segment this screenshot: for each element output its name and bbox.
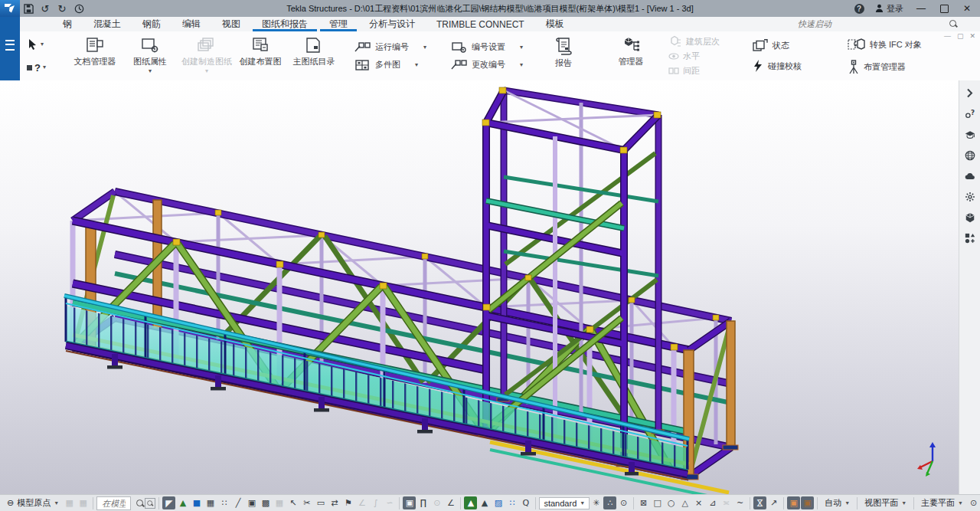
snap-reference-icon[interactable]: ⊠ (637, 496, 650, 509)
cloud-icon[interactable] (960, 165, 980, 186)
restore-button[interactable] (934, 1, 954, 16)
learning-icon[interactable] (960, 124, 980, 145)
file-menu-strip[interactable] (0, 17, 20, 80)
snap-cross-icon[interactable]: × (692, 496, 705, 509)
select-frames-icon[interactable]: ∏ (416, 496, 430, 509)
convert-ifc-objects-button[interactable]: 转换 IFC 对象 (846, 37, 923, 52)
snap-circle-icon[interactable]: ○ (665, 496, 678, 509)
plane-visibility-icon[interactable]: ⊙ (967, 496, 980, 509)
menu-tab[interactable]: 编辑 (172, 17, 211, 31)
properties-help-icon[interactable]: ? (960, 103, 980, 124)
filter-components-icon[interactable]: ▲ (464, 496, 477, 509)
inquire-tool-button[interactable]: ?▾ (26, 61, 47, 74)
select-objects-icon[interactable]: ■ (190, 496, 203, 509)
search-icon[interactable] (949, 19, 957, 28)
snap-perpendicular-icon[interactable]: ⊿ (706, 496, 719, 509)
select-angles-icon[interactable]: ∠ (444, 496, 457, 509)
menu-tab[interactable]: 模板 (535, 17, 575, 31)
menu-tab[interactable]: 钢筋 (132, 17, 172, 31)
view-plane-dropdown[interactable]: 视图平面▼ (861, 496, 910, 510)
quick-launch[interactable] (796, 18, 957, 30)
main-plane-dropdown[interactable]: 主要平面▼ (917, 496, 967, 510)
ribbon-close-icon[interactable]: ✕ (969, 32, 975, 40)
select-welds-icon[interactable]: ⚑ (341, 496, 354, 509)
horizontal-button[interactable]: 水平 (667, 50, 721, 63)
snap-hourglass-icon[interactable]: ⋈ (753, 496, 766, 509)
snap-midpoint-icon[interactable]: ≍ (720, 496, 733, 509)
menu-tab[interactable]: 混凝土 (83, 17, 132, 31)
ribbon-minimize-icon[interactable]: — (944, 32, 951, 40)
quick-launch-input[interactable] (796, 18, 949, 31)
menu-tab[interactable]: TRIMBLE CONNECT (426, 17, 535, 31)
snap-free-icon[interactable]: ↗ (767, 496, 780, 509)
status-button[interactable]: 状态 (750, 38, 803, 52)
applications-components-icon[interactable] (960, 228, 980, 248)
redo-button[interactable]: ↻ (54, 2, 70, 15)
close-button[interactable]: ✕ (957, 1, 977, 16)
lock-button[interactable]: 锁定 (975, 31, 980, 80)
help-button[interactable]: ? (851, 2, 867, 15)
select-points-icon[interactable]: ∷ (217, 496, 230, 509)
select-rebar-set-icon[interactable]: ∽ (383, 496, 396, 509)
ortho-icon[interactable]: ▣ (787, 496, 800, 509)
origin-plane-icon[interactable]: ▦ (77, 496, 90, 509)
model-search-input[interactable] (100, 498, 127, 509)
select-components-icon[interactable]: ▲ (176, 496, 189, 509)
select-rebar-icon[interactable]: ∠ (355, 496, 368, 509)
organizer-button[interactable]: 管理器 (609, 31, 653, 80)
snap-geometry-icon[interactable]: □ (651, 496, 664, 509)
ribbon-restore-icon[interactable]: ▢ (957, 32, 964, 40)
select-grids-icon[interactable]: ▩ (259, 496, 272, 509)
login-button[interactable]: 登录 (871, 3, 908, 15)
ribbon-window-controls[interactable]: — ▢ ✕ (944, 32, 975, 40)
select-assemblies-icon[interactable]: ▦ (204, 496, 217, 509)
menu-tab[interactable]: 图纸和报告 (251, 17, 318, 31)
search-in-view-button[interactable] (145, 498, 155, 509)
visibility-icon[interactable]: ⊙ (617, 496, 630, 509)
point-cloud-icon[interactable]: ∴ (603, 496, 616, 509)
layout-manager-button[interactable]: 布置管理器 (846, 58, 923, 75)
document-manager-button[interactable]: 文档管理器 (73, 31, 117, 80)
select-grid-lines-icon[interactable]: ▦ (273, 496, 286, 509)
create-fabrication-drawings-button[interactable]: 创建制造图纸 ▾ (185, 31, 229, 80)
select-surfaces-icon[interactable]: ▣ (403, 496, 416, 509)
zoom-select-icon[interactable]: Q (519, 496, 532, 509)
online-icon[interactable] (960, 145, 980, 165)
architectural-hierarchy-button[interactable]: 建筑层次 (667, 34, 721, 48)
select-cast-units-icon[interactable]: ▣ (245, 496, 258, 509)
history-button[interactable] (70, 2, 87, 15)
relative-coords-icon[interactable]: ▣ (801, 496, 814, 509)
select-views-icon[interactable]: ▭ (314, 496, 327, 509)
master-drawing-catalog-button[interactable]: 主图纸目录 (292, 31, 336, 80)
select-lines-icon[interactable]: ╱ (231, 496, 244, 509)
panel-collapse-icon[interactable] (960, 83, 980, 103)
menu-tab[interactable]: 管理 (318, 17, 358, 31)
snap-curve-icon[interactable]: ~ (733, 496, 746, 509)
menu-tab[interactable]: 分析与设计 (358, 17, 426, 31)
filter-parts-icon[interactable]: ▲ (478, 496, 491, 509)
snapshot-icon[interactable]: ✳ (590, 496, 603, 509)
change-numbering-button[interactable]: 更改编号▾ (449, 58, 540, 71)
minimize-button[interactable]: — (911, 1, 931, 16)
menu-tab[interactable]: 视图 (211, 17, 251, 31)
model-3d-icon[interactable] (960, 207, 980, 228)
spacing-button[interactable]: 间距 (667, 64, 721, 77)
origin-lock-icon[interactable]: ▦ (63, 496, 76, 509)
select-cursor-icon[interactable]: ◤ (162, 496, 175, 509)
select-joints-icon[interactable]: ↖ (286, 496, 299, 509)
select-cuts-icon[interactable]: ✂ (300, 496, 313, 509)
search-model-button[interactable] (131, 496, 145, 510)
run-numbering-button[interactable]: 运行编号▾ (353, 41, 446, 54)
reports-button[interactable]: 报告 (541, 31, 586, 80)
save-button[interactable] (20, 2, 37, 15)
select-visible-icon[interactable]: ⊙ (430, 496, 443, 509)
filter-grid-icon[interactable]: ∷ (505, 496, 518, 509)
select-fittings-icon[interactable]: ⇄ (328, 496, 341, 509)
numbering-settings-button[interactable]: 编号设置▾ (449, 41, 540, 54)
snap-triangle-icon[interactable]: △ (678, 496, 691, 509)
snap-mode-dropdown[interactable]: 自动▼ (821, 496, 854, 510)
menu-tab[interactable]: 钢 (52, 17, 83, 31)
settings-icon[interactable] (960, 186, 980, 207)
select-tool-button[interactable]: ▾ (26, 38, 47, 51)
select-rebar-group-icon[interactable]: ∫ (369, 496, 382, 509)
